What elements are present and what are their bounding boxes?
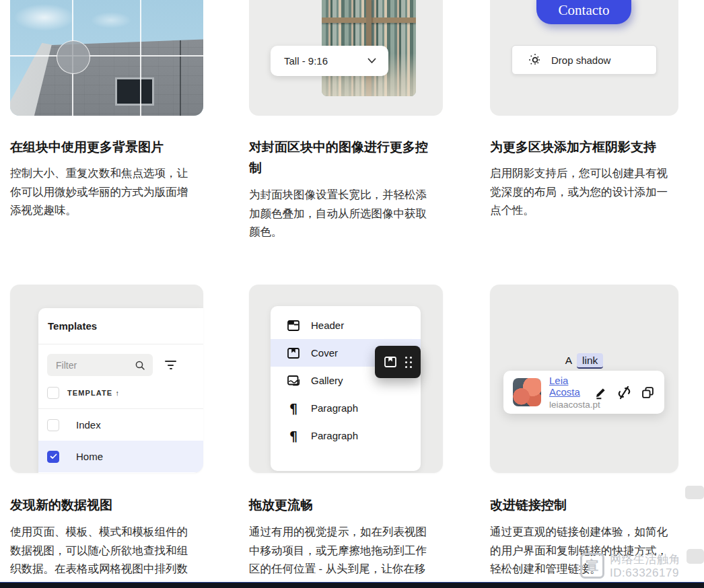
feature-title: 发现新的数据视图 <box>10 494 199 515</box>
link-editor-popup: Leia Acosta leiaacosta.pt <box>503 371 664 414</box>
row-checkbox-checked[interactable] <box>47 451 59 463</box>
aspect-ratio-value: Tall - 9:16 <box>284 55 328 67</box>
watermark-site-name: 网络生活触角 <box>610 553 680 566</box>
aspect-ratio-dropdown[interactable]: Tall - 9:16 <box>271 46 388 76</box>
chevron-down-icon <box>367 58 376 64</box>
blocks-list-panel: Header Cover <box>271 306 421 471</box>
drop-shadow-card: Contacto Drop shadow <box>490 0 678 116</box>
paragraph-icon: ¶ <box>287 429 300 443</box>
focal-point-handle[interactable] <box>57 40 90 74</box>
list-item[interactable]: ¶ Paragraph <box>271 394 421 422</box>
floating-widget-button[interactable] <box>687 549 704 564</box>
grid-line-vertical <box>140 0 141 116</box>
sort-arrow-icon: ↑ <box>115 389 120 397</box>
sentence-prefix: A <box>565 355 572 366</box>
link-controls-card: Alink Leia Acosta leiaacosta.pt <box>490 285 678 473</box>
link-target-name[interactable]: Leia Acosta <box>549 375 594 398</box>
list-item-label: Gallery <box>311 375 343 386</box>
gallery-icon <box>287 374 300 388</box>
drop-shadow-label: Drop shadow <box>551 54 610 66</box>
bottom-edge-bar <box>0 582 704 588</box>
column-header-label: TEMPLATE <box>67 389 112 397</box>
list-item-label: Paragraph <box>311 402 358 414</box>
search-icon <box>135 360 145 371</box>
feature-description: 启用阴影支持后，您可以创建具有视觉深度的布局，或为您的设计添加一点个性。 <box>490 164 673 220</box>
link-thumbnail <box>513 378 541 406</box>
row-label: Index <box>67 419 101 431</box>
drag-ghost-tooltip[interactable] <box>375 346 421 378</box>
drop-shadow-option[interactable]: Drop shadow <box>512 45 657 75</box>
brightness-sun-icon <box>528 53 542 67</box>
header-icon <box>287 319 300 332</box>
data-views-card: Templates Filter TEMPLATE ↑ <box>10 285 203 473</box>
building-window <box>115 77 154 106</box>
paragraph-icon: ¶ <box>287 402 300 415</box>
feature-title: 为更多区块添加方框阴影支持 <box>490 137 678 157</box>
watermark-logo-icon: 宣 <box>580 553 604 579</box>
cover-aspect-card: Tall - 9:16 <box>249 0 443 116</box>
feature-title: 拖放更流畅 <box>249 494 437 515</box>
feature-description: 使用页面、模板、模式和模板组件的数据视图，可以随心所欲地查找和组织数据。在表格或… <box>10 523 193 583</box>
edit-pencil-icon[interactable] <box>594 385 608 400</box>
filter-input[interactable]: Filter <box>47 354 153 376</box>
watermark: 宣 网络生活触角 ID:63326179 <box>580 553 680 580</box>
watermark-id: ID:63326179 <box>610 566 680 580</box>
cover-icon <box>287 346 300 360</box>
check-icon <box>50 453 57 460</box>
copy-link-icon[interactable] <box>641 385 655 400</box>
filter-sort-icon[interactable] <box>165 361 176 369</box>
list-item-label: Cover <box>311 347 338 359</box>
feature-title: 改进链接控制 <box>490 494 678 515</box>
floating-widget-button[interactable] <box>685 486 704 499</box>
drag-handle-icon[interactable] <box>405 357 412 368</box>
link-sentence: Alink <box>490 353 678 369</box>
background-image-card <box>10 0 203 116</box>
row-checkbox[interactable] <box>47 419 59 431</box>
list-item[interactable]: ¶ Paragraph <box>271 422 421 449</box>
table-column-header[interactable]: TEMPLATE ↑ <box>38 376 203 408</box>
feature-title: 在组块中使用更多背景图片 <box>10 137 199 157</box>
grid-line-horizontal <box>10 55 203 57</box>
templates-panel-title: Templates <box>38 308 203 344</box>
page: Tall - 9:16 Contacto Drop shadow 在组块 <box>0 0 704 588</box>
list-item-label: Header <box>311 320 344 331</box>
drag-drop-card: Header Cover <box>249 285 443 473</box>
feature-description: 为封面块图像设置长宽比，并轻松添加颜色叠加，自动从所选图像中获取颜色。 <box>249 186 432 242</box>
table-row[interactable]: Index <box>38 409 203 441</box>
templates-panel: Templates Filter TEMPLATE ↑ <box>38 308 203 473</box>
unlink-icon[interactable] <box>617 385 632 400</box>
select-all-checkbox[interactable] <box>47 387 59 399</box>
link-target-url: leiaacosta.pt <box>549 400 594 410</box>
list-item[interactable]: Header <box>271 311 421 339</box>
contacto-button-label: Contacto <box>559 2 610 19</box>
building-photo <box>10 0 203 116</box>
cover-icon <box>384 355 397 369</box>
table-row[interactable]: Home <box>38 441 203 472</box>
filter-placeholder: Filter <box>56 360 77 371</box>
feature-description: 控制大小、重复次数和焦点选项，让你可以用微妙或华丽的方式为版面增添视觉趣味。 <box>10 164 193 220</box>
list-item-label: Paragraph <box>311 430 358 441</box>
row-label: Home <box>67 451 103 462</box>
feature-description: 通过有用的视觉提示，如在列表视图中移动项目，或无摩擦地拖动到工作区的任何位置 -… <box>249 523 432 583</box>
contacto-button[interactable]: Contacto <box>536 0 631 24</box>
feature-title: 对封面区块中的图像进行更多控制 <box>249 137 432 178</box>
highlighted-link-word[interactable]: link <box>577 353 603 369</box>
